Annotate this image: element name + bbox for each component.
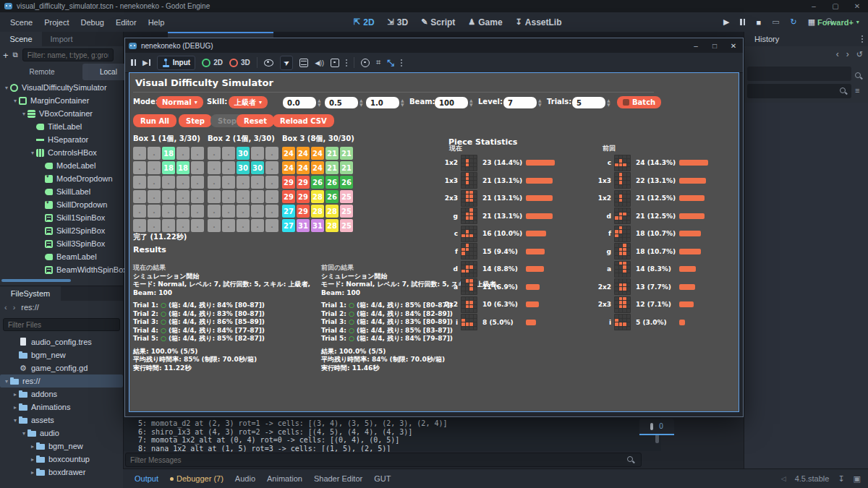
skill1-spinbox[interactable]: 0.0▲▼ xyxy=(283,97,321,108)
stop-button[interactable]: ■ xyxy=(751,18,766,27)
expand-bottom-icon[interactable]: ▣ xyxy=(854,474,861,484)
workspace-script[interactable]: ✎Script xyxy=(414,17,461,27)
debug-window-titlebar[interactable]: nenekoneko (DEBUG) – □ ✕ xyxy=(125,38,743,53)
fs-filter-input[interactable] xyxy=(3,318,120,331)
collapse-icon[interactable]: ▾ xyxy=(20,430,27,437)
bottom-tab-output[interactable]: Output xyxy=(129,474,164,483)
add-node-button[interactable]: + xyxy=(3,50,9,61)
workspace-assetlib[interactable]: ↧AssetLib xyxy=(509,17,569,27)
bottom-tab-audio[interactable]: Audio xyxy=(229,474,261,483)
scene-node-BeamLabel[interactable]: BeamLabel xyxy=(0,250,123,263)
debug-maximize-button[interactable]: □ xyxy=(705,42,724,50)
fs-item-boxdrawer[interactable]: ▸boxdrawer xyxy=(0,466,123,479)
scene-node-MarginContainer[interactable]: ▾MarginContainer xyxy=(0,94,123,107)
frame-region-icon[interactable]: ⌗ xyxy=(376,58,380,67)
select-3d-button[interactable]: 3D xyxy=(229,59,250,67)
scene-tab-active[interactable] xyxy=(168,32,273,38)
close-button[interactable]: ✕ xyxy=(846,2,868,10)
menu-debug[interactable]: Debug xyxy=(75,18,109,27)
fs-item-boxcountup[interactable]: ▸boxcountup xyxy=(0,453,123,466)
scene-node-HSeparator[interactable]: HSeparator xyxy=(0,133,123,146)
mute-icon[interactable]: ◁ xyxy=(781,475,786,482)
scene-node-ModeDropdown[interactable]: ModeDropdown xyxy=(0,172,123,185)
collapse-icon[interactable]: ▾ xyxy=(3,85,10,91)
scene-node-VisualDifficultySimulator[interactable]: ▾VisualDifficultySimulator xyxy=(0,81,123,94)
batch-toggle[interactable]: Batch xyxy=(617,96,661,108)
mode-dropdown[interactable]: Normal▾ xyxy=(156,96,203,108)
filter-options-icon[interactable]: ≡ xyxy=(855,86,859,95)
gui-list-icon[interactable] xyxy=(299,59,308,67)
history-menu-icon[interactable] xyxy=(861,35,863,43)
fs-item-audio_config.tres[interactable]: audio_config.tres xyxy=(0,335,123,348)
visibility-icon[interactable] xyxy=(264,59,273,67)
doc-search-icon[interactable] xyxy=(855,69,862,82)
cursor-tool-button[interactable]: ➤ xyxy=(280,56,293,70)
scene-node-VBoxContainer[interactable]: ▾VBoxContainer xyxy=(0,107,123,120)
renderer-select[interactable]: Forward+ ▾ xyxy=(817,18,859,27)
menu-editor[interactable]: Editor xyxy=(110,18,142,27)
trials-spinbox[interactable]: 5▲▼ xyxy=(572,97,610,108)
level-spinbox[interactable]: 7▲▼ xyxy=(503,97,542,108)
fs-item-audio[interactable]: ▾audio xyxy=(0,427,123,440)
scene-node-TitleLabel[interactable]: TitleLabel xyxy=(0,120,123,133)
tab-import[interactable]: Import xyxy=(42,32,81,46)
collapse-icon[interactable]: ▾ xyxy=(12,98,19,104)
skill2-spinbox[interactable]: 0.5▲▼ xyxy=(325,97,363,108)
inspector-search-input[interactable] xyxy=(747,84,851,98)
pause-button[interactable] xyxy=(735,18,750,27)
input-mode-button[interactable]: Input xyxy=(157,56,195,70)
scene-node-BeamWidthSpinBox[interactable]: BeamWidthSpinBox xyxy=(0,263,123,276)
bottom-tab-shader[interactable]: Shader Editor xyxy=(308,474,368,483)
remote-debug-icon[interactable]: ▭ xyxy=(767,17,784,27)
shrink-window-icon[interactable]: ⤡ xyxy=(387,58,394,68)
skill-dropdown[interactable]: 上級者▾ xyxy=(229,96,268,108)
minimize-button[interactable]: – xyxy=(803,2,825,10)
fs-item-assets[interactable]: ▾assets xyxy=(0,414,123,427)
scene-node-Skill1SpinBox[interactable]: Skill1SpinBox xyxy=(0,211,123,224)
history-reset-icon[interactable]: ↺ xyxy=(856,50,863,59)
scene-node-Skill3SpinBox[interactable]: Skill3SpinBox xyxy=(0,237,123,250)
fs-back-button[interactable]: ‹ xyxy=(4,303,7,312)
workspace-2d[interactable]: ⇱2D xyxy=(347,17,381,27)
menu-scene[interactable]: Scene xyxy=(4,18,38,27)
skill3-spinbox[interactable]: 1.0▲▼ xyxy=(366,97,404,108)
collapse-icon[interactable]: ▾ xyxy=(3,378,10,385)
audio-icon[interactable]: ◀)) xyxy=(315,59,324,67)
beam-spinbox[interactable]: 100▲▼ xyxy=(435,97,473,108)
step-button[interactable]: Step xyxy=(179,114,212,127)
touch-icon[interactable] xyxy=(331,59,339,67)
fs-item-game_config.gd[interactable]: ⚙game_config.gd xyxy=(0,361,123,374)
history-back-icon[interactable]: ‹ xyxy=(836,49,839,59)
next-frame-icon[interactable]: ▶ xyxy=(142,59,150,67)
history-forward-icon[interactable]: › xyxy=(846,49,849,59)
debug-close-button[interactable]: ✕ xyxy=(724,42,743,50)
bottom-tab-animation[interactable]: Animation xyxy=(261,474,308,483)
collapse-icon[interactable]: ▸ xyxy=(12,391,19,398)
scene-node-SkillDropdown[interactable]: SkillDropdown xyxy=(0,198,123,211)
fs-forward-button[interactable]: › xyxy=(13,303,16,312)
reset-button[interactable]: Reset xyxy=(237,114,274,127)
bottom-tab-debugger[interactable]: Debugger (7) xyxy=(164,474,229,483)
tab-filesystem[interactable]: FileSystem xyxy=(0,286,61,301)
error-counter-badge[interactable]: 0 xyxy=(639,419,674,435)
debug-minimize-button[interactable]: – xyxy=(686,42,705,50)
reload-csv-button[interactable]: Reload CSV xyxy=(273,114,334,127)
focus-selection-icon[interactable] xyxy=(361,59,370,67)
bottom-tab-gut[interactable]: GUT xyxy=(368,474,396,483)
workspace-game[interactable]: ♟Game xyxy=(461,17,509,27)
filter-messages-input[interactable] xyxy=(125,453,642,467)
scene-filter-input[interactable] xyxy=(22,48,114,61)
menu-help[interactable]: Help xyxy=(142,18,171,27)
collapse-icon[interactable]: ▸ xyxy=(12,404,19,411)
collapse-icon[interactable]: ▸ xyxy=(29,469,36,476)
fs-item-bgm_new[interactable]: ▸bgm_new xyxy=(0,440,123,453)
scene-node-ControlsHBox[interactable]: ▾ControlsHBox xyxy=(0,146,123,159)
fs-item-addons[interactable]: ▸addons xyxy=(0,388,123,401)
run-all-button[interactable]: Run All xyxy=(133,114,176,127)
instance-scene-button[interactable]: ⧉ xyxy=(13,51,18,59)
more-options-icon-2[interactable] xyxy=(401,59,402,67)
collapse-icon[interactable]: ▸ xyxy=(29,443,36,450)
tab-history[interactable]: History xyxy=(754,35,779,43)
scene-node-ModeLabel[interactable]: ModeLabel xyxy=(0,159,123,172)
fs-item-Animations[interactable]: ▸Animations xyxy=(0,401,123,414)
